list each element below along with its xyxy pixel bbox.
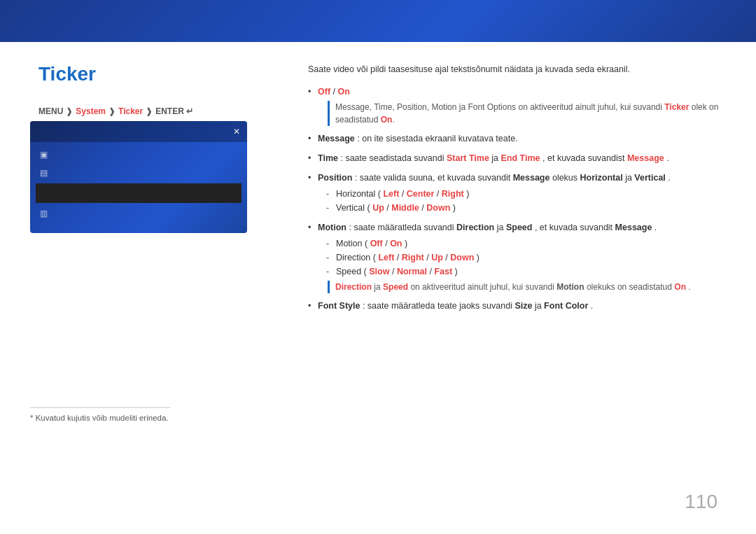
font-color-label: Font Color [544,301,588,311]
tv-menu-item-selected [36,183,241,203]
horizontal-subitem: Horizontal ( Left / Center / Right ) [326,187,728,201]
bullet-off-on: Off / On Message, Time, Position, Motion… [308,85,728,126]
horizontal-label: Horizontal [580,173,623,183]
enter-icon: ↵ [186,106,193,116]
normal-label: Normal [397,267,427,276]
tv-menu-items: ▣ ▤ ▥ [30,142,247,226]
bullet-font-style: Font Style : saate määratleda teate jaok… [308,299,728,313]
tv-icon-1: ▣ [38,150,48,160]
bullet-message: Message : on ite sisestada ekraanil kuva… [308,132,728,146]
footer-area: * Kuvatud kujutis võib mudeliti erineda. [30,407,728,422]
s-sep1: / [392,267,397,276]
motion-pre: Motion ( [336,239,368,248]
message-text: : on ite sisestada ekraanil kuvatava tea… [357,134,517,143]
motion-subitem: Motion ( Off / On ) [326,237,728,251]
note-motion-text-3: olekuks on seadistatud [587,282,674,292]
time-text-3: , et kuvada suvandist [542,153,627,163]
tv-menu-overlay: ✕ ▣ ▤ ▥ [30,121,247,233]
position-text-1: : saate valida suuna, et kuvada suvandit [355,173,513,183]
right-label: Right [442,189,464,199]
left-label: Left [383,189,399,199]
start-time-label: Start Time [447,153,489,163]
sep-1: / [333,87,338,97]
d-close: ) [477,253,479,262]
motion-label: Motion [318,223,346,232]
tv-menu-item-3: ▥ [30,204,247,223]
vertical-pre: Vertical ( [336,203,370,213]
s-close: ) [455,267,458,276]
bullet-time: Time : saate seadistada suvandi Start Ti… [308,151,728,165]
speed-pre: Speed ( [336,267,367,276]
tv-top-bar: ✕ [30,121,247,142]
position-text-4: . [668,173,670,183]
on-note-ref: On [674,282,686,292]
footer-divider [30,407,170,408]
tv-icon-3: ▥ [38,209,48,218]
time-text-1: : saate seadistada suvandi [340,153,447,163]
end-time-label: End Time [501,153,540,163]
middle-label: Middle [391,203,419,213]
motion-note-ref: Motion [556,282,584,292]
position-sublist: Horizontal ( Left / Center / Right ) Ver… [326,187,728,215]
h-sep2: / [437,189,442,199]
motion-text-2: ja [497,223,506,232]
down-label-2: Down [450,253,474,262]
breadcrumb-system: System [76,106,106,116]
bullet-list: Off / On Message, Time, Position, Motion… [308,85,728,313]
note-off-on: Message, Time, Position, Motion ja Font … [328,101,728,126]
font-style-label: Font Style [318,301,360,311]
speed-subitem: Speed ( Slow / Normal / Fast ) [326,265,728,279]
horizontal-pre: Horizontal ( [336,189,381,199]
right-label-2: Right [402,253,424,262]
up-label-2: Up [431,253,443,262]
d-sep1: / [397,253,402,262]
font-style-text-1: : saate määratleda teate jaoks suvandi [363,301,515,311]
direction-note-ref: Direction [335,282,372,292]
content-area: Saate video või pildi taasesituse ajal t… [308,63,728,318]
on-label-2: On [390,239,402,248]
note-text-1c: . [392,115,394,125]
message-label: Message [318,134,355,143]
time-label: Time [318,153,338,163]
motion-text-4: . [654,223,657,232]
on-ref: On [381,115,393,125]
direction-pre: Direction ( [336,253,376,262]
breadcrumb-enter: ENTER ↵ [155,106,193,116]
off-label-2: Off [370,239,383,248]
note-motion-text-4: . [688,282,690,292]
vertical-label: Vertical [634,173,665,183]
font-style-text-2: ja [535,301,544,311]
breadcrumb-arrow-1: ❱ [66,106,73,116]
down-label: Down [426,203,450,213]
vertical-subitem: Vertical ( Up / Middle / Down ) [326,201,728,215]
center-label: Center [407,189,435,199]
direction-ref: Direction [456,223,494,232]
breadcrumb-arrow-2: ❱ [108,106,115,116]
position-label: Position [318,173,352,183]
page-title-area: Ticker [38,63,96,85]
motion-text-3: , et kuvada suvandit [535,223,615,232]
bullet-motion: Motion : saate määratleda suvandi Direct… [308,220,728,293]
direction-subitem: Direction ( Left / Right / Up / Down ) [326,251,728,265]
time-text-2: ja [491,153,500,163]
tv-menu-item-2: ▤ [30,164,247,182]
motion-text-1: : saate määratleda suvandi [349,223,456,232]
breadcrumb-menu: MENU [38,106,63,116]
h-sep1: / [402,189,407,199]
tv-close-icon: ✕ [233,127,240,136]
top-banner [0,0,756,42]
ticker-ref: Ticker [664,102,689,112]
size-label: Size [514,301,532,311]
h-close: ) [466,189,469,199]
position-text-3: ja [625,173,634,183]
speed-note-ref: Speed [383,282,408,292]
selected-item-bar [44,189,95,197]
position-text-2: olekus [552,173,580,183]
message-ref-mot: Message [615,223,652,232]
page-title: Ticker [38,63,96,85]
page-number: 110 [685,491,718,513]
note-motion-text-2: on aktiveeritud ainult juhul, kui suvand… [410,282,556,292]
time-text-4: . [666,153,668,163]
note-text-1: Message, Time, Position, Motion ja Font … [335,102,664,112]
tv-icon-2: ▤ [38,168,48,178]
